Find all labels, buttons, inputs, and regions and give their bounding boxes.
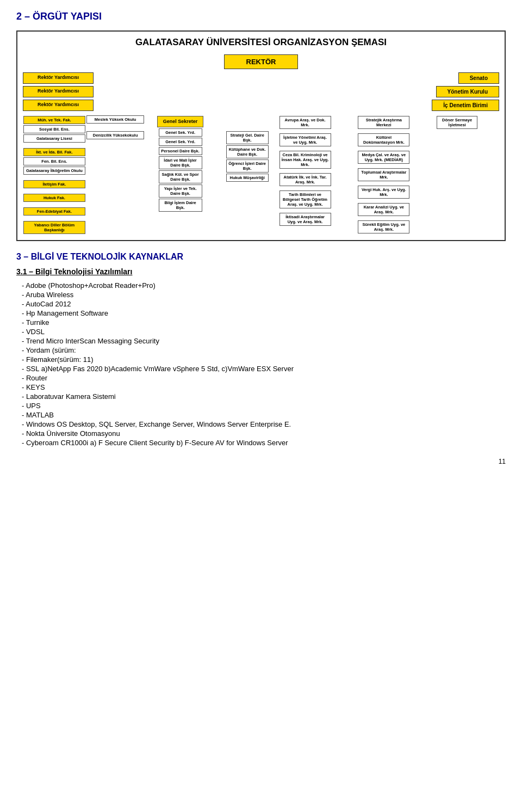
row-yardimci2-yonetim: Rektör Yardımcısı Yönetim Kurulu bbox=[23, 86, 499, 97]
genel-sek-yrd-1: Genel Sek. Yrd. bbox=[159, 128, 202, 137]
software-item-7: - Trend Micro InterScan Messaging Securi… bbox=[22, 337, 506, 345]
personel-daire: Personel Daire Bşk. bbox=[159, 147, 202, 155]
denizcilik: Denizcilik Yüksekokulu bbox=[86, 131, 145, 139]
galatasaray-ilkogretim: Galatasaray İlköğretim Okulu bbox=[23, 167, 85, 175]
software-item-router: - Router bbox=[22, 374, 506, 382]
software-item-keys: - KEYS bbox=[22, 383, 506, 391]
saglik-kul: Sağlık Kül. ve Spor Daire Bşk. bbox=[159, 170, 202, 183]
section3-title: 3 – BİLGİ VE TEKNOLOJİK KAYNAKLAR bbox=[16, 252, 506, 262]
right-research-col: Stratejik Araştırma Merkezi Kültürel Dok… bbox=[357, 115, 436, 235]
medya-cal: Medya Çal. ve Araş. ve Uyg. Mrk. (MEDİAR… bbox=[358, 151, 409, 164]
avrupa-aras: Avrupa Araş. ve Dok. Mrk. bbox=[279, 116, 331, 129]
rektor-box: REKTÖR bbox=[224, 54, 299, 69]
ceza-bil: Ceza Bil. Kriminoloji ve İnsan Hak. Araş… bbox=[279, 151, 331, 169]
ikt-ida: İkt. ve İda. Bil. Fak. bbox=[23, 148, 85, 156]
software-item-2: - Aruba Wireless bbox=[22, 291, 506, 299]
software-item-3: - AutoCad 2012 bbox=[22, 300, 506, 308]
software-item-10: - SSL a)NetApp Fas 2020 b)Academic VmWar… bbox=[22, 365, 506, 373]
meslek-yuksek: Meslek Yüksek Okulu bbox=[86, 115, 145, 124]
software-item-cyberoam: - Cyberoam CR1000i a) F Secure Client Se… bbox=[22, 439, 506, 447]
muh-tek: Müh. ve Tek. Fak. bbox=[23, 116, 85, 124]
surekli-egitim: Sürekli Eğitim Uyg. ve Araş. Mrk. bbox=[358, 220, 409, 233]
software-item-kamera: - Laboratuvar Kamera Sistemi bbox=[22, 392, 506, 401]
software-item-windows: - Windows OS Desktop, SQL Server, Exchan… bbox=[22, 420, 506, 428]
kulturel-dok: Kültürel Dokümantasyon Mrk. bbox=[358, 133, 409, 146]
hukuk-fak: Hukuk Fak. bbox=[23, 194, 85, 202]
software-item-matlab: - MATLAB bbox=[22, 411, 506, 419]
ic-denetim-box: İç Denetim Birimi bbox=[432, 100, 499, 111]
karar-analizi: Karar Analizi Uyg. ve Araş. Mrk. bbox=[358, 203, 409, 216]
rektor-yardimcisi-2: Rektör Yardımcısı bbox=[23, 86, 94, 97]
ataturk-ilk: Atatürk İlk. ve İnk. Tar. Araş. Mrk. bbox=[279, 173, 331, 186]
org-chart-title: GALATASARAY ÜNİVERSİTESİ ORGANİZASYON ŞE… bbox=[23, 37, 499, 48]
galatasaray-lisesi: Galatasaray Lisesi bbox=[23, 134, 85, 143]
software-item-6: - VDSL bbox=[22, 328, 506, 336]
idari-mali: İdari ve Mali İşler Daire Bşk. bbox=[159, 156, 202, 169]
genel-sekreter: Genel Sekreter bbox=[157, 116, 203, 127]
software-item-8: - Yordam (sürüm: bbox=[22, 346, 506, 354]
row-yardimci3-denetim: Rektör Yardımcısı İç Denetim Birimi bbox=[23, 100, 499, 111]
strateji-gel: Strateji Gel. Daire Bşk. bbox=[226, 131, 269, 144]
tarih-bil: Tarih Bilimleri ve Bölgesel Tarih Öğreti… bbox=[279, 190, 331, 208]
software-item-5: - Turnike bbox=[22, 318, 506, 327]
research-col: Avrupa Araş. ve Dok. Mrk. İşletme Yöneti… bbox=[279, 115, 358, 235]
software-item-nokta: - Nokta Üniversite Otomasyonu bbox=[22, 429, 506, 438]
hukuk-musavirlik: Hukuk Müşavirliği bbox=[226, 174, 269, 182]
next-col: Strateji Gel. Daire Bşk. Kütüphane ve Do… bbox=[216, 115, 279, 235]
software-item-9: - Filemaker(sürüm: 11) bbox=[22, 355, 506, 364]
iktisadi-aras: İktisadi Araştırmalar Uyg. ve Araş. Mrk. bbox=[279, 213, 331, 226]
fen-bil: Fen. Bil. Ens. bbox=[23, 157, 85, 165]
software-item-4: - Hp Management Software bbox=[22, 309, 506, 317]
yabanci-diller: Yabancı Diller Bölüm Başkanlığı bbox=[23, 221, 85, 234]
center-col: Genel Sekreter Genel Sek. Yrd. Genel Sek… bbox=[145, 115, 215, 235]
rektor-yardimcisi-3: Rektör Yardımcısı bbox=[23, 100, 94, 111]
kutuphane: Kütüphane ve Dok. Daire Bşk. bbox=[226, 145, 269, 158]
stratejik-aras: Stratejik Araştırma Merkezi bbox=[358, 116, 409, 129]
fen-edebiyat: Fen-Edebiyat Fak. bbox=[23, 207, 85, 216]
iletisim-fak: İletişim Fak. bbox=[23, 180, 85, 188]
genel-sek-yrd-2: Genel Sek. Yrd. bbox=[159, 138, 202, 146]
yapi-isler: Yapı İşler ve Tek. Daire Bşk. bbox=[159, 184, 202, 198]
isletme-yonetimi: İşletme Yönetimi Araş. ve Uyg. Mrk. bbox=[279, 133, 331, 146]
doner-sermaye: Döner Sermaye İşletmesi bbox=[437, 116, 477, 129]
software-item-ups: - UPS bbox=[22, 402, 506, 410]
second-left-col: Meslek Yüksek Okulu Denizcilik Yüksekoku… bbox=[86, 115, 145, 235]
rektor-yardimcisi-1: Rektör Yardımcısı bbox=[23, 72, 94, 84]
sosyal-bil: Sosyal Bil. Ens. bbox=[23, 125, 85, 133]
subsection-title: 3.1 – Bilgi Teknolojisi Yazılımları bbox=[16, 267, 506, 276]
org-chart-container: GALATASARAY ÜNİVERSİTESİ ORGANİZASYON ŞE… bbox=[16, 30, 506, 241]
section2-title: 2 – ÖRGÜT YAPISI bbox=[16, 11, 506, 22]
ogrenci-isleri: Öğrenci İşleri Daire Bşk. bbox=[226, 159, 269, 173]
software-item-1: - Adobe (Photoshop+Acrobat Reader+Pro) bbox=[22, 281, 506, 290]
software-list: - Adobe (Photoshop+Acrobat Reader+Pro) -… bbox=[22, 281, 506, 447]
vergi-huk: Vergi Huk. Arş. ve Uyg. Mrk. bbox=[358, 186, 409, 199]
yonetim-kurulu-box: Yönetim Kurulu bbox=[436, 86, 499, 97]
row-yardimci-senato: Rektör Yardımcısı Senato bbox=[23, 72, 499, 84]
rektor-row: REKTÖR bbox=[23, 54, 499, 69]
far-right-col: Döner Sermaye İşletmesi bbox=[436, 115, 499, 235]
bilgi-islem: Bilgi İşlem Daire Bşk. bbox=[159, 199, 202, 212]
page-number: 11 bbox=[16, 458, 506, 465]
senato-box: Senato bbox=[458, 72, 499, 84]
org-main-table: Müh. ve Tek. Fak. Sosyal Bil. Ens. Galat… bbox=[23, 115, 499, 235]
left-fakulteler: Müh. ve Tek. Fak. Sosyal Bil. Ens. Galat… bbox=[23, 115, 86, 235]
toplumsal: Toplumsal Araştırmalar Mrk. bbox=[358, 168, 409, 181]
